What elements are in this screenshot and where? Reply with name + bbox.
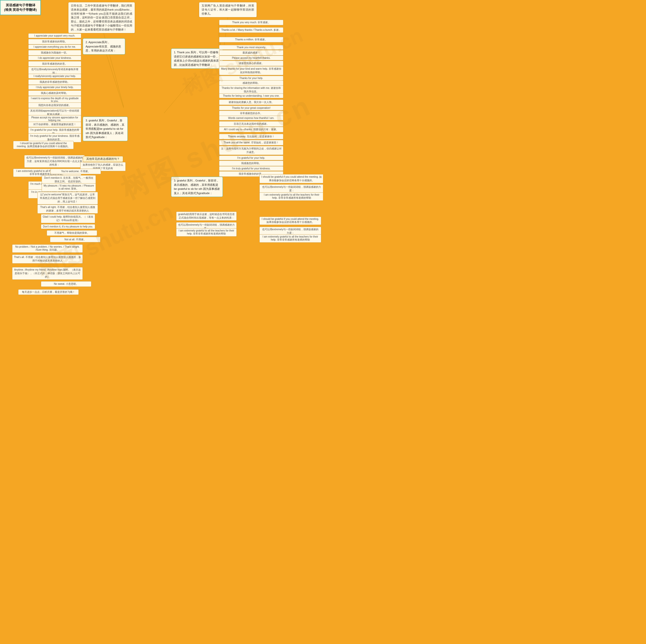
top-intro: 日常生活、工作中英语感谢句子带翻译，我们用英语来表达感谢，最常用的就是thank… — [68, 2, 135, 33]
reply-9: No problem. / Not a problem. / No worrie… — [12, 244, 83, 253]
reply-7b: 不用谢气，帮助你是我的荣幸。 — [47, 230, 97, 236]
reply-13: 每天进步一点点，日积月累，看是厉害的飞哦！ — [18, 289, 79, 295]
b2-item-3b: 我非常感谢您的好意。 — [28, 61, 81, 67]
b1-item-10: Thanks for your great cooperation! — [219, 105, 284, 110]
b1-item-7: Thanks for your help. — [219, 76, 284, 81]
grateful-right-note: grateful的用用于表示这谢，这时候还在书写语言若正式场合同时间出现感谢，等… — [176, 211, 237, 221]
b2-item-5b: 我真的非常感谢您的帮助。 — [28, 79, 81, 85]
b2-item-6b: 我真心感谢的及时帮助。 — [28, 90, 81, 96]
branch2-label: 2. Appreciate系列，Appreciate有欣赏、感激的意思，常用的表… — [83, 38, 125, 55]
b1-item-14: Thank you all the same. 尽管如此，还是谢谢您！ — [219, 140, 284, 146]
b2-item-2: I appreciate everything you do for me. — [28, 44, 81, 49]
reply-10: That's all. 不用谢，结合着别人接受别人接受别人感激的，多用于对相识或… — [12, 255, 83, 264]
extremely-right4: I am extremely grateful to all the teach… — [259, 234, 321, 243]
reply-6: Glad I could help. 能帮到你很高兴。（《老友记》中Ross常使… — [41, 214, 95, 223]
b1-item-13: Thanks anyway. 无论如何，还是谢谢你！ — [219, 134, 284, 140]
b2-item-9b: 对于你的帮助，请接受我诚挚的谢意！ — [28, 122, 81, 127]
b1-item-10b: 非常感谢您的合作。 — [219, 111, 284, 116]
b1-item-11: Words cannot express how thankful I am. — [219, 116, 284, 120]
b1-item-8: Thanks for sharing the information with … — [219, 85, 284, 94]
b1-item-grateful1b: 我感激您的帮助。 — [219, 161, 284, 166]
b2-item-6: I truly appreciate your timely help. — [28, 85, 81, 90]
b1-item-5: Please accept my heartfelt thanks. — [219, 56, 284, 60]
b1-item-6: Many thanks for your kind and warm help.… — [219, 66, 284, 75]
b1-item-3: Thanks a million. 非常感谢。 — [219, 37, 284, 42]
center-title: 英语感谢句子带翻译(唯美 英语句子带翻译) — [4, 3, 36, 12]
top-right-intro: 互联网广告人英语感谢句子带翻译，持英语专八证书，和大家一起聊聊学英语的那些事儿。 — [199, 2, 257, 17]
b1-item-4b: 最真诚的感谢！ — [219, 50, 284, 56]
svg-line-1 — [104, 48, 124, 108]
b1-item-1: Thank you very much. 非常感谢。 — [219, 20, 284, 25]
b3-item-meeting-left: I should be grateful if you could attend… — [13, 141, 74, 149]
question-box: 其他常见的表达感谢的句？ — [83, 156, 123, 162]
b2-item-2b: 我感激你为我做的一切。 — [28, 50, 81, 56]
b2-item-1b: 我非常感谢你的帮助。 — [28, 39, 81, 44]
reply-11: Anytime. /Anytime my friend. /Anytime ma… — [12, 267, 83, 280]
reply-8: Not at all. 不用谢。 — [50, 237, 100, 242]
b1-item-2: Thanks a lot. / Many thanks / Thanks a b… — [219, 27, 284, 33]
meeting-right: I should be grateful if you could attend… — [259, 216, 321, 225]
b3-r-item3: I am extremely grateful to all the teach… — [259, 192, 323, 201]
reply-2: Don't mention it. 没关系，别客气，一般用在朋友之间。 也还应该… — [42, 175, 96, 184]
b1-item-12: All I could say is—thanks. 我要说的只有：谢谢。 — [219, 127, 284, 132]
branch3-right-label: 3. grateful 系列，Grateful，形容词，表示感激的、感谢的，其常… — [171, 177, 223, 197]
b1-item-15: 注：这两句指对方无能为力帮助到之处，但仍感谢让对方诚意。 — [219, 146, 284, 155]
b3-extremely-left: 也可以用extremely与一些副词词组，强调该感谢的力度，这有某其他正式场合同… — [24, 155, 85, 168]
reply-5: That's all right. 不用谢，结合着别人接受别人感激的谢谢，多用于… — [37, 204, 98, 213]
b2-item-1: I appreciate your support very much. — [28, 33, 81, 38]
svg-line-0 — [164, 75, 197, 113]
reply-12: No sweat. 小意思嗒。 — [41, 281, 91, 287]
reply-1: You're welcome. 不用谢。 — [50, 169, 101, 174]
b1-item-11b: 言语已无法表达我对你的感谢。 — [219, 121, 284, 127]
extremely-right2: I am extremely grateful to all the teach… — [176, 228, 237, 237]
branch3-label: 3. grateful 系列，Grateful，形容词，表示感激的、感谢的，其常… — [83, 117, 128, 141]
reply-3: My pleasure. / It was my pleasure. / Ple… — [42, 183, 96, 192]
b1-item-grateful1: I'm grateful for your help. — [219, 156, 284, 160]
reply-4: 以"you're welcome"替加元气，这气也派词，让常常虽然正式场合用于感… — [37, 192, 98, 204]
b1-item-9: Thanks for being so understanding. I owe… — [219, 93, 284, 98]
b1-item-9b: 谢谢你如此善解人意。我欠你一次人情。 — [219, 99, 284, 105]
reply-7: Don't mention it, it's my pleasure to he… — [41, 224, 95, 229]
b1-item-5b: 请接受我真心的感谢。 — [219, 61, 284, 66]
center-node: 英语感谢句子带翻译(唯美 英语句子带翻译) — [0, 0, 41, 15]
branch1-label-text: 1. Thank you 系列，可以用一些修饰语把它们讲述的感谢程次加深一些，或… — [174, 51, 219, 66]
b1-item-7b: 感谢您的帮助。 — [219, 80, 284, 86]
b2-item-7b: 我想向你表达我深切的感谢。 — [28, 102, 81, 108]
b2-item-5: I really/sincerely appreciate your help. — [28, 74, 81, 79]
b3-r-item1: I should be grateful if you could attend… — [259, 174, 323, 183]
b2-item-3: I do appreciate your kindness. — [28, 56, 81, 60]
b1-item-grateful2: I'm truly grateful for your kindness. — [219, 166, 284, 171]
b1-item-4: Thank you most sincerely. — [219, 45, 284, 50]
b3-r-item2: 也可以用extremely与一些副词词组，强调该感谢的力度： — [259, 184, 323, 193]
branch1-label: 1. Thank you 系列，可以用一些修饰语把它们讲述的感谢程次加深一些，或… — [171, 49, 223, 69]
